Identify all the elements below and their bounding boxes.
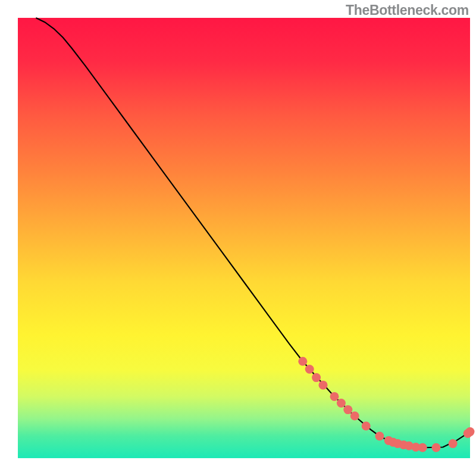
bottleneck-chart — [0, 0, 476, 476]
marker-dot — [305, 365, 314, 374]
watermark-label: TheBottleneck.com — [346, 2, 469, 18]
plot-background — [18, 18, 470, 458]
marker-dot — [449, 439, 458, 448]
marker-dot — [343, 405, 352, 414]
marker-dot — [418, 443, 427, 452]
marker-dot — [362, 421, 371, 430]
marker-dot — [375, 432, 384, 441]
marker-dot — [466, 427, 475, 436]
marker-dot — [312, 373, 321, 382]
marker-dot — [350, 411, 359, 420]
marker-dot — [298, 357, 307, 366]
chart-container: TheBottleneck.com — [0, 0, 476, 476]
marker-dot — [319, 381, 328, 390]
marker-dot — [330, 392, 339, 401]
marker-dot — [432, 443, 441, 452]
marker-dot — [337, 399, 346, 408]
